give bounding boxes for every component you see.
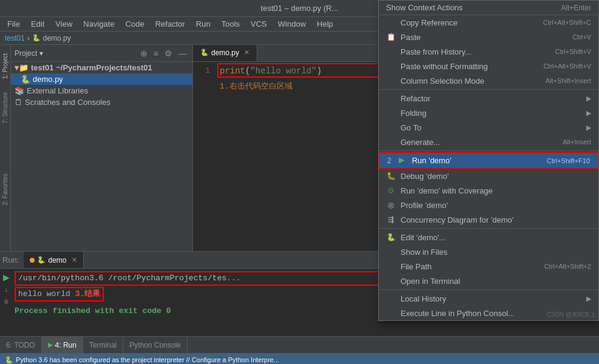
run-active-icon: ▶ bbox=[48, 341, 53, 349]
ctx-paste-history-label: Paste from History... bbox=[401, 47, 472, 56]
run-down-button[interactable]: ↓ bbox=[1, 285, 11, 294]
ctx-sep-1 bbox=[379, 89, 598, 90]
breadcrumb-project[interactable]: test01 bbox=[5, 34, 25, 42]
sidebar-btn-sync[interactable]: ⊕ bbox=[138, 47, 149, 59]
terminal-label: Terminal bbox=[89, 341, 117, 349]
sidebar-btn-settings[interactable]: ⚙ bbox=[163, 47, 174, 59]
run-sidebar: ▶ ↓ ≡ bbox=[0, 271, 12, 334]
menu-file[interactable]: File bbox=[2, 18, 25, 30]
ctx-paste-no-format[interactable]: Paste without Formatting Ctrl+Alt+Shift+… bbox=[379, 59, 598, 73]
breadcrumb-file[interactable]: demo.py bbox=[43, 34, 71, 42]
goto-arrow: ▶ bbox=[586, 124, 591, 132]
ctx-profile-label: Profile 'demo' bbox=[401, 201, 448, 210]
ctx-paste-history[interactable]: Paste from History... Ctrl+Shift+V bbox=[379, 44, 598, 59]
ctx-header[interactable]: Show Context Actions Alt+Enter bbox=[379, 1, 598, 15]
bottom-tab-terminal[interactable]: Terminal bbox=[83, 337, 123, 353]
ctx-generate[interactable]: Generate... Alt+Insert bbox=[379, 135, 598, 149]
menu-code[interactable]: Code bbox=[121, 18, 149, 30]
bottom-tab-run[interactable]: ▶ 4: Run bbox=[42, 337, 83, 353]
editor-tab-demo[interactable]: 🐍 demo.py ✕ bbox=[193, 45, 257, 61]
paste-history-icon bbox=[386, 47, 396, 56]
refactor-arrow: ▶ bbox=[586, 95, 591, 103]
run-play-button[interactable]: ▶ bbox=[1, 272, 11, 282]
ctx-sep-2 bbox=[379, 150, 598, 151]
ctx-sep-4 bbox=[379, 289, 598, 290]
run-tab-close[interactable]: ✕ bbox=[72, 256, 77, 264]
context-menu: Show Context Actions Alt+Enter Copy Refe… bbox=[378, 0, 599, 321]
generate-icon bbox=[386, 137, 396, 147]
watermark: CSDN @东阿东上 bbox=[547, 311, 596, 319]
run-play-icon bbox=[399, 158, 405, 164]
ctx-col-sel-label: Column Selection Mode bbox=[401, 76, 484, 86]
tab-structure[interactable]: 7: Structure bbox=[1, 89, 10, 127]
concurrency-icon: ⇶ bbox=[386, 215, 396, 224]
copy-ref-icon bbox=[386, 18, 396, 27]
ctx-show-files-label: Show in Files bbox=[401, 248, 447, 257]
ctx-history-label: Local History bbox=[401, 294, 446, 303]
ctx-file-path[interactable]: File Path Ctrl+Alt+Shift+2 bbox=[379, 259, 598, 274]
title-text: test01 – demo.py (R... bbox=[261, 4, 339, 13]
ctx-folding[interactable]: Folding ▶ bbox=[379, 106, 598, 120]
keyword-print: print bbox=[220, 66, 245, 76]
ctx-run-demo[interactable]: 2 Run 'demo' Ctrl+Shift+F10 bbox=[379, 152, 598, 169]
folder-icon: ▾📁 bbox=[15, 63, 29, 72]
ctx-copy-reference[interactable]: Copy Reference Ctrl+Alt+Shift+C bbox=[379, 15, 598, 30]
tree-scratches[interactable]: 🗒 Scratches and Consoles bbox=[11, 96, 192, 108]
sidebar-btn-collapse[interactable]: ≡ bbox=[152, 47, 160, 59]
sidebar-title: Project ▾ bbox=[15, 49, 136, 58]
ctx-concurrency-label: Concurrency Diagram for 'demo' bbox=[401, 215, 513, 224]
menu-run[interactable]: Run bbox=[191, 18, 215, 30]
paste-icon: 📋 bbox=[386, 32, 396, 42]
menu-window[interactable]: Window bbox=[273, 18, 311, 30]
menu-help[interactable]: Help bbox=[312, 18, 338, 30]
history-arrow: ▶ bbox=[586, 295, 591, 303]
ctx-sep-3 bbox=[379, 228, 598, 229]
menu-view[interactable]: View bbox=[50, 18, 77, 30]
ctx-show-files[interactable]: Show in Files bbox=[379, 244, 598, 259]
ctx-run-coverage[interactable]: ⊙ Run 'demo' with Coverage bbox=[379, 183, 598, 198]
ctx-open-terminal[interactable]: Open in Terminal bbox=[379, 274, 598, 288]
menu-refactor[interactable]: Refactor bbox=[151, 18, 190, 30]
tab-py-icon: 🐍 bbox=[200, 49, 209, 56]
ctx-refactor[interactable]: Refactor ▶ bbox=[379, 91, 598, 106]
ext-lib-icon: 📚 bbox=[15, 86, 24, 95]
tab-favorites[interactable]: 2: Favorites bbox=[1, 170, 10, 209]
ctx-goto[interactable]: Go To ▶ bbox=[379, 120, 598, 135]
menu-navigate[interactable]: Navigate bbox=[78, 18, 119, 30]
menu-edit[interactable]: Edit bbox=[26, 18, 49, 30]
ctx-concurrency[interactable]: ⇶ Concurrency Diagram for 'demo' bbox=[379, 212, 598, 227]
ctx-header-label: Show Context Actions bbox=[386, 3, 462, 12]
folding-arrow: ▶ bbox=[586, 109, 591, 117]
python-console-label: Python Console bbox=[129, 341, 181, 349]
run-label: Run: bbox=[2, 252, 24, 268]
ctx-column-selection[interactable]: Column Selection Mode Alt+Shift+Insert bbox=[379, 73, 598, 88]
menu-tools[interactable]: Tools bbox=[217, 18, 245, 30]
run-equals-button[interactable]: ≡ bbox=[1, 297, 11, 306]
ctx-debug-label: Debug 'demo' bbox=[401, 172, 448, 181]
sidebar-btn-close[interactable]: — bbox=[177, 47, 189, 59]
ctx-generate-label: Generate... bbox=[401, 138, 440, 147]
ctx-local-history[interactable]: Local History ▶ bbox=[379, 291, 598, 306]
bottom-tabs: 6: TODO ▶ 4: Run Terminal Python Console bbox=[0, 336, 599, 353]
ctx-profile[interactable]: ◎ Profile 'demo' bbox=[379, 198, 598, 212]
tree-file-demo[interactable]: 🐍 demo.py bbox=[11, 73, 192, 85]
tab-close-icon[interactable]: ✕ bbox=[244, 49, 249, 56]
ctx-paste[interactable]: 📋 Paste Ctrl+V bbox=[379, 30, 598, 44]
run-tab-demo[interactable]: 🐍 demo ✕ bbox=[24, 252, 83, 268]
line-numbers: 1 bbox=[193, 64, 215, 249]
tree-ext-libraries[interactable]: 📚 External Libraries bbox=[11, 85, 192, 96]
ctx-terminal-label: Open in Terminal bbox=[401, 277, 460, 286]
bottom-tab-python-console[interactable]: Python Console bbox=[123, 337, 188, 353]
ctx-execute-label: Execute Line in Python Consol... bbox=[401, 309, 515, 318]
breadcrumb-icon: 🐍 bbox=[32, 34, 41, 42]
menu-vcs[interactable]: VCS bbox=[246, 18, 272, 30]
ctx-debug-demo[interactable]: 🐛 Debug 'demo' bbox=[379, 169, 598, 183]
run-tab-py-icon: 🐍 bbox=[37, 256, 46, 264]
ctx-file-path-shortcut: Ctrl+Alt+Shift+2 bbox=[544, 263, 591, 270]
tab-project[interactable]: 1: Project bbox=[1, 50, 10, 83]
sidebar: Project ▾ ⊕ ≡ ⚙ — ▾📁 test01 ~/PycharmPro… bbox=[11, 45, 193, 251]
bottom-tab-todo[interactable]: 6: TODO bbox=[0, 337, 42, 353]
ctx-edit-demo[interactable]: 🐍 Edit 'demo'... bbox=[379, 230, 598, 244]
tree-root[interactable]: ▾📁 test01 ~/PycharmProjects/test01 bbox=[11, 62, 192, 73]
debug-icon: 🐛 bbox=[386, 171, 396, 181]
